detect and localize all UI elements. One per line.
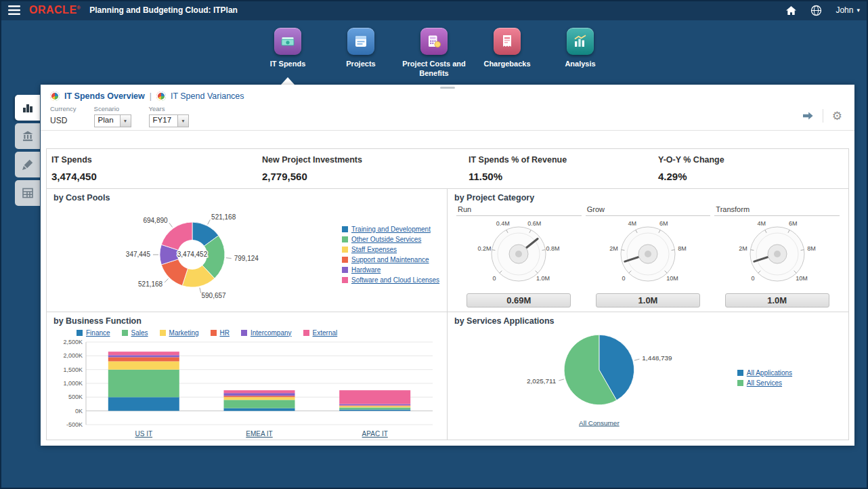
panel-project-category: by Project Category Run 00.2M0.4M0.6M0.8… bbox=[448, 189, 848, 312]
user-menu[interactable]: John ▾ bbox=[836, 5, 860, 15]
category-link[interactable]: APAC IT bbox=[362, 430, 388, 438]
legend-item[interactable]: Other Outside Services bbox=[342, 236, 440, 243]
category-link[interactable]: US IT bbox=[135, 430, 153, 438]
bar-segment-external[interactable] bbox=[224, 390, 295, 393]
brush-icon bbox=[21, 158, 35, 171]
nav-item-analysis[interactable]: Analysis bbox=[546, 20, 614, 85]
cost-pools-pie-chart: 521,168799,124590,657521,168347,445694,8… bbox=[53, 203, 318, 306]
dashboard-card: IT Spends Overview | IT Spend Variances … bbox=[41, 85, 854, 446]
gauge-tick-label: 0 bbox=[493, 275, 496, 282]
it-spends-icon bbox=[274, 28, 301, 55]
gauge-title: Transform bbox=[714, 203, 840, 216]
globe-icon[interactable] bbox=[810, 5, 822, 16]
gauge-run: Run 00.2M0.4M0.6M0.8M1.0M 0.69M bbox=[454, 203, 584, 307]
category-link[interactable]: EMEA IT bbox=[246, 430, 272, 438]
business-function-bar-chart: -500K0K500K1,000K1,500K2,000K2,500KUS IT… bbox=[53, 338, 439, 440]
bar-segment-intercompany[interactable] bbox=[339, 404, 410, 406]
run-gauge-chart: 00.2M0.4M0.6M0.8M1.0M bbox=[458, 216, 579, 292]
bar-segment-intercompany[interactable] bbox=[108, 355, 179, 357]
gauge-tick-label: 2M bbox=[609, 245, 618, 252]
bar-segment-sales[interactable] bbox=[108, 370, 179, 398]
scenario-select[interactable]: Plan ▼ bbox=[94, 114, 131, 127]
bar-segment-external[interactable] bbox=[108, 352, 179, 355]
legend-item[interactable]: Support and Maintenance bbox=[342, 256, 440, 263]
legend-swatch bbox=[122, 330, 128, 336]
oracle-logo-text: ORACLE bbox=[29, 4, 77, 16]
gauge-transform: Transform 02M4M6M8M10M 1.0M bbox=[712, 203, 842, 307]
bar-segment-finance[interactable] bbox=[224, 408, 295, 411]
pie-footer-link[interactable]: All Consumer bbox=[579, 419, 620, 427]
gauge-title: Run bbox=[456, 203, 582, 216]
go-arrow-icon[interactable] bbox=[802, 110, 814, 122]
pie-label-line bbox=[165, 278, 169, 282]
bar-segment-hr[interactable] bbox=[339, 406, 410, 406]
tab-it-spend-variances[interactable]: IT Spend Variances bbox=[171, 91, 244, 101]
gauge-hub-center bbox=[515, 251, 522, 257]
bar-segment-intercompany[interactable] bbox=[224, 393, 295, 396]
bar-segment-marketing[interactable] bbox=[339, 406, 410, 408]
legend-item[interactable]: Marketing bbox=[160, 328, 199, 337]
years-select-value: FY17 bbox=[150, 115, 178, 127]
panel-title: by Cost Pools bbox=[53, 193, 440, 203]
bar-segment-marketing[interactable] bbox=[108, 362, 179, 370]
transform-gauge-chart: 02M4M6M8M10M bbox=[717, 216, 838, 292]
legend-item[interactable]: Intercompany bbox=[241, 328, 292, 337]
legend-item[interactable]: Hardware bbox=[342, 266, 440, 274]
gauge-tick-label: 8M bbox=[807, 245, 816, 252]
gauge-value: 1.0M bbox=[725, 293, 829, 307]
sidebar-tab-grid[interactable] bbox=[15, 180, 40, 206]
legend-item[interactable]: All Applications bbox=[737, 369, 842, 377]
nav-label: Project Costs and Benefits bbox=[400, 60, 468, 79]
bar-segment-sales[interactable] bbox=[339, 408, 410, 410]
legend-item[interactable]: External bbox=[303, 328, 338, 337]
dropdown-arrow-icon: ▼ bbox=[120, 115, 131, 127]
kpi-label: IT Spends bbox=[51, 155, 257, 165]
legend-label: All Services bbox=[747, 379, 782, 387]
legend-label: Staff Expenses bbox=[351, 246, 397, 253]
legend-swatch bbox=[737, 380, 743, 386]
bar-segment-external[interactable] bbox=[339, 390, 410, 404]
gear-icon[interactable]: ⚙ bbox=[832, 110, 842, 122]
nav-item-it-spends[interactable]: IT Spends bbox=[254, 20, 322, 85]
sidebar-tab-financials[interactable] bbox=[15, 123, 40, 149]
legend-label: All Applications bbox=[747, 369, 792, 377]
legend-item[interactable]: Staff Expenses bbox=[342, 246, 440, 253]
pov-currency-value[interactable]: USD bbox=[50, 116, 77, 125]
menu-icon[interactable] bbox=[8, 5, 20, 15]
kpi-row: IT Spends 3,474,450 New Project Investme… bbox=[47, 149, 848, 189]
tab-it-spends-overview[interactable]: IT Spends Overview bbox=[64, 91, 145, 101]
bar-segment-hr[interactable] bbox=[108, 357, 179, 361]
home-icon[interactable] bbox=[785, 5, 797, 16]
y-tick-label: 500K bbox=[68, 394, 83, 400]
nav-item-project-costs-and-benefits[interactable]: Project Costs and Benefits bbox=[400, 20, 468, 85]
legend-item[interactable]: HR bbox=[211, 328, 230, 337]
legend-item[interactable]: All Services bbox=[737, 379, 842, 387]
divider bbox=[823, 109, 823, 123]
kpi-value: 2,779,560 bbox=[262, 171, 464, 182]
pie-slice-value-label: 521,168 bbox=[211, 213, 236, 221]
legend-item[interactable]: Software and Cloud Licenses bbox=[342, 276, 440, 284]
years-select[interactable]: FY17 ▼ bbox=[149, 114, 190, 127]
pie-slice-value-label: 590,657 bbox=[202, 292, 227, 299]
legend-item[interactable]: Finance bbox=[77, 328, 110, 337]
legend-item[interactable]: Sales bbox=[122, 328, 148, 337]
kpi-value: 4.29% bbox=[658, 171, 848, 182]
bar-segment-finance[interactable] bbox=[339, 410, 410, 411]
sidebar-tab-edit[interactable] bbox=[15, 152, 40, 177]
gauge-tick-label: 4M bbox=[628, 220, 637, 227]
nav-item-chargebacks[interactable]: Chargebacks bbox=[473, 20, 541, 85]
bar-segment-finance[interactable] bbox=[108, 397, 179, 410]
dropdown-arrow-icon: ▼ bbox=[177, 115, 188, 127]
sidebar-tab-bar-chart[interactable] bbox=[15, 95, 40, 121]
collapse-handle[interactable] bbox=[440, 87, 455, 89]
bar-segment-marketing[interactable] bbox=[224, 397, 295, 400]
bar-segment-sales[interactable] bbox=[224, 400, 295, 408]
registered-mark: ® bbox=[77, 5, 81, 10]
bar-segment-hr[interactable] bbox=[224, 396, 295, 397]
pie-center-label: 3,474,452 bbox=[177, 251, 208, 258]
top-bar: ORACLE® Planning and Budgeting Cloud: IT… bbox=[0, 0, 868, 20]
nav-item-projects[interactable]: Projects bbox=[327, 20, 395, 85]
gauge-hub-center bbox=[645, 251, 651, 257]
bank-icon bbox=[21, 129, 35, 143]
legend-item[interactable]: Training and Development bbox=[342, 226, 440, 233]
